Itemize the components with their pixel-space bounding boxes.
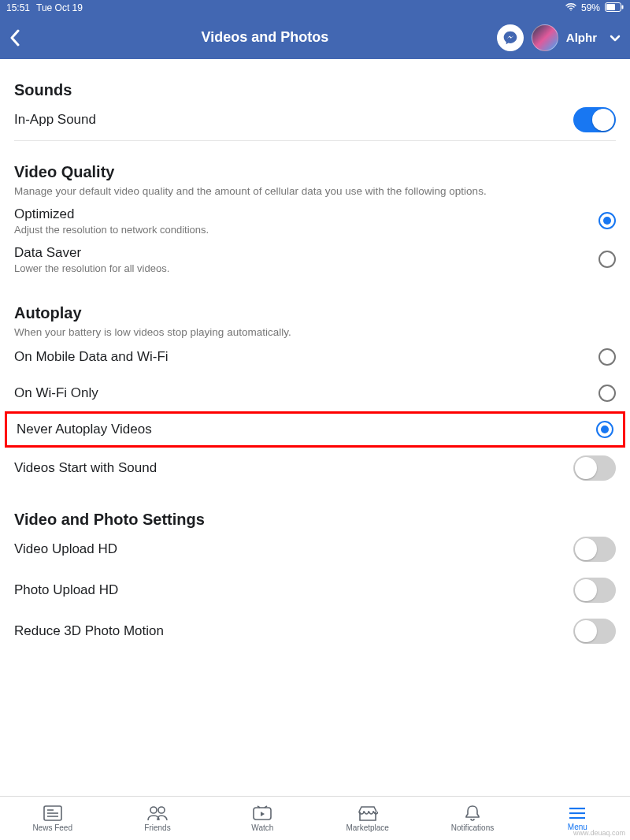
toggle-video-upload-hd[interactable]	[573, 537, 616, 562]
tab-label-watch: Watch	[251, 823, 273, 832]
toggle-in-app-sound[interactable]	[573, 107, 616, 132]
highlight-never-autoplay: Never Autoplay Videos	[5, 411, 625, 448]
section-title-video-photo-settings: Video and Photo Settings	[14, 511, 616, 529]
svg-point-8	[158, 807, 165, 813]
avatar[interactable]	[532, 24, 558, 51]
section-desc-video-quality: Manage your default video quality and th…	[14, 184, 616, 199]
tab-notifications[interactable]: Notifications	[420, 797, 524, 840]
row-photo-upload-hd[interactable]: Photo Upload HD	[14, 570, 616, 611]
row-in-app-sound[interactable]: In-App Sound	[14, 99, 616, 141]
row-never-autoplay[interactable]: Never Autoplay Videos	[17, 414, 613, 445]
row-data-saver[interactable]: Data Saver Lower the resolution for all …	[14, 240, 616, 282]
label-in-app-sound: In-App Sound	[14, 112, 564, 128]
svg-point-7	[150, 807, 157, 813]
label-wifi-only: On Wi-Fi Only	[14, 385, 589, 401]
menu-icon	[568, 805, 587, 821]
toggle-reduce-3d[interactable]	[573, 619, 616, 644]
radio-wifi-only[interactable]	[598, 385, 616, 402]
row-start-with-sound[interactable]: Videos Start with Sound	[14, 448, 616, 489]
friends-icon	[146, 805, 169, 822]
news-feed-icon	[43, 805, 63, 822]
status-time: 15:51	[6, 2, 30, 13]
chevron-down-icon	[610, 35, 621, 42]
section-title-video-quality: Video Quality	[14, 163, 616, 181]
row-mobile-wifi[interactable]: On Mobile Data and Wi-Fi	[14, 339, 616, 375]
label-never-autoplay: Never Autoplay Videos	[17, 422, 587, 437]
messenger-icon	[502, 30, 518, 46]
toggle-start-with-sound[interactable]	[573, 455, 616, 481]
desc-data-saver: Lower the resolution for all videos.	[14, 262, 589, 274]
svg-rect-1	[606, 4, 615, 10]
profile-name: Alphr	[566, 31, 597, 44]
profile-dropdown-button[interactable]	[610, 31, 621, 45]
tab-watch[interactable]: Watch	[210, 797, 315, 840]
row-reduce-3d[interactable]: Reduce 3D Photo Motion	[14, 611, 616, 652]
notifications-icon	[464, 805, 481, 822]
row-wifi-only[interactable]: On Wi-Fi Only	[14, 375, 616, 411]
label-start-with-sound: Videos Start with Sound	[14, 460, 564, 476]
settings-content: Sounds In-App Sound Video Quality Manage…	[0, 59, 630, 652]
tab-news-feed[interactable]: News Feed	[0, 797, 105, 840]
radio-mobile-wifi[interactable]	[598, 348, 616, 366]
tab-marketplace[interactable]: Marketplace	[315, 797, 420, 840]
section-video-quality: Video Quality Manage your default video …	[14, 141, 616, 282]
label-data-saver: Data Saver	[14, 245, 589, 261]
label-reduce-3d: Reduce 3D Photo Motion	[14, 623, 564, 639]
battery-icon	[605, 2, 624, 14]
label-photo-upload-hd: Photo Upload HD	[14, 582, 564, 598]
row-video-upload-hd[interactable]: Video Upload HD	[14, 529, 616, 570]
tab-bar: News Feed Friends Watch Marketplace Noti…	[0, 796, 630, 840]
back-button[interactable]	[9, 29, 33, 46]
watermark: www.deuaq.com	[573, 829, 625, 837]
radio-optimized[interactable]	[598, 212, 616, 229]
section-title-autoplay: Autoplay	[14, 304, 616, 322]
tab-label-marketplace: Marketplace	[346, 823, 388, 832]
label-video-upload-hd: Video Upload HD	[14, 541, 564, 557]
svg-rect-2	[622, 5, 624, 9]
section-title-sounds: Sounds	[14, 81, 616, 99]
marketplace-icon	[358, 805, 378, 822]
label-mobile-wifi: On Mobile Data and Wi-Fi	[14, 349, 589, 365]
section-desc-autoplay: When your battery is low videos stop pla…	[14, 325, 616, 340]
messenger-button[interactable]	[497, 24, 524, 51]
section-autoplay: Autoplay When your battery is low videos…	[14, 282, 616, 489]
row-optimized[interactable]: Optimized Adjust the resolution to netwo…	[14, 199, 616, 240]
status-date: Tue Oct 19	[36, 2, 83, 13]
toggle-photo-upload-hd[interactable]	[573, 578, 616, 603]
status-bar: 15:51 Tue Oct 19 59%	[0, 0, 630, 16]
battery-text: 59%	[581, 2, 600, 13]
radio-never-autoplay[interactable]	[596, 421, 613, 438]
wifi-icon	[565, 2, 576, 13]
desc-optimized: Adjust the resolution to network conditi…	[14, 224, 589, 236]
page-title: Videos and Photos	[33, 29, 497, 46]
label-optimized: Optimized	[14, 206, 589, 222]
tab-friends[interactable]: Friends	[105, 797, 209, 840]
section-video-photo-settings: Video and Photo Settings Video Upload HD…	[14, 489, 616, 652]
nav-bar: Videos and Photos Alphr	[0, 16, 630, 59]
tab-label-notifications: Notifications	[451, 823, 494, 832]
tab-label-news-feed: News Feed	[32, 823, 72, 832]
section-sounds: Sounds In-App Sound	[14, 59, 616, 141]
chevron-left-icon	[9, 29, 20, 46]
radio-data-saver[interactable]	[598, 251, 616, 268]
watch-icon	[252, 805, 272, 822]
tab-label-friends: Friends	[144, 823, 170, 832]
